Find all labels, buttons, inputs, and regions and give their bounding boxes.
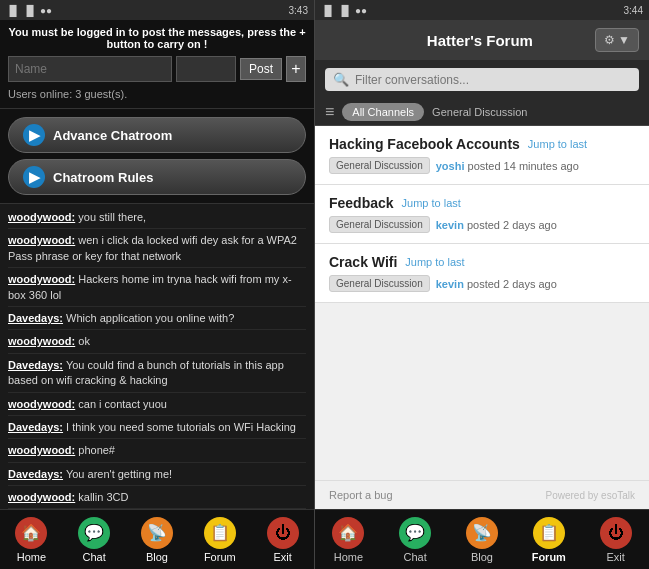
left-nav-forum[interactable]: 📋 Forum xyxy=(195,517,245,563)
forum-label-right: Forum xyxy=(532,551,566,563)
right-nav-blog[interactable]: 📡 Blog xyxy=(457,517,507,563)
jump-to-last-link[interactable]: Jump to last xyxy=(405,256,464,268)
right-header: Hatter's Forum ⚙ ▼ xyxy=(315,20,649,60)
right-status-bar: ▐▌ ▐▌ ●● 3:44 xyxy=(315,0,649,20)
chat-message: Davedays: Which application you online w… xyxy=(8,311,306,330)
forum-tag: General Discussion xyxy=(329,157,430,174)
forum-item[interactable]: Feedback Jump to last General Discussion… xyxy=(315,185,649,244)
chat-label: Chat xyxy=(83,551,106,563)
right-panel: ▐▌ ▐▌ ●● 3:44 Hatter's Forum ⚙ ▼ 🔍 ≡ All… xyxy=(315,0,649,569)
warning-text: You must be logged in to post the messag… xyxy=(8,26,306,50)
blog-label: Blog xyxy=(146,551,168,563)
forum-item[interactable]: Crack Wifi Jump to last General Discussi… xyxy=(315,244,649,303)
arrow-right-icon-2: ▶ xyxy=(23,166,45,188)
forum-label: Forum xyxy=(204,551,236,563)
forum-meta: kevin posted 2 days ago xyxy=(436,219,557,231)
right-nav-exit[interactable]: ⏻ Exit xyxy=(591,517,641,563)
blog-label-right: Blog xyxy=(471,551,493,563)
left-nav-chat[interactable]: 💬 Chat xyxy=(69,517,119,563)
forum-author: kevin xyxy=(436,219,464,231)
chat-message: woodywood: ok xyxy=(8,334,306,353)
message-text: I think you need some tutorials on WFi H… xyxy=(63,421,296,433)
chat-message: woodywood: Hackers home im tryna hack wi… xyxy=(8,272,306,307)
forum-tag: General Discussion xyxy=(329,216,430,233)
home-label: Home xyxy=(17,551,46,563)
powered-by-text: Powered by esoTalk xyxy=(546,490,636,501)
message-text: Which application you online with? xyxy=(63,312,234,324)
forum-item[interactable]: Hacking Facebook Accounts Jump to last G… xyxy=(315,126,649,185)
chat-messages: woodywood: you still there,woodywood: we… xyxy=(0,204,314,509)
message-username: Davedays: xyxy=(8,468,63,480)
online-count: Users online: 3 guest(s). xyxy=(8,86,306,102)
message-username: Davedays: xyxy=(8,359,63,371)
left-nav-home[interactable]: 🏠 Home xyxy=(6,517,56,563)
all-channels-button[interactable]: All Channels xyxy=(342,103,424,121)
forum-tag: General Discussion xyxy=(329,275,430,292)
forum-author: yoshi xyxy=(436,160,465,172)
message-username: Davedays: xyxy=(8,312,63,324)
chat-message: woodywood: kallin 3CD xyxy=(8,490,306,509)
chatroom-rules-button[interactable]: ▶ Chatroom Rules xyxy=(8,159,306,195)
left-bottom-nav: 🏠 Home 💬 Chat 📡 Blog 📋 Forum ⏻ Exit xyxy=(0,509,314,569)
blog-icon: 📡 xyxy=(141,517,173,549)
message-username: woodywood: xyxy=(8,234,75,246)
exit-label: Exit xyxy=(273,551,291,563)
forum-icon-right: 📋 xyxy=(533,517,565,549)
right-time: 3:44 xyxy=(624,5,643,16)
chat-icon-right: 💬 xyxy=(399,517,431,549)
left-nav-exit[interactable]: ⏻ Exit xyxy=(258,517,308,563)
message-username: woodywood: xyxy=(8,273,75,285)
right-nav-chat[interactable]: 💬 Chat xyxy=(390,517,440,563)
right-nav-forum[interactable]: 📋 Forum xyxy=(524,517,574,563)
chat-message: woodywood: you still there, xyxy=(8,210,306,229)
chat-message: woodywood: wen i click da locked wifi de… xyxy=(8,233,306,268)
arrow-right-icon: ▶ xyxy=(23,124,45,146)
message-username: woodywood: xyxy=(8,335,75,347)
plus-button[interactable]: + xyxy=(286,56,306,82)
search-icon: 🔍 xyxy=(333,72,349,87)
forum-item-title: Feedback xyxy=(329,195,394,211)
jump-to-last-link[interactable]: Jump to last xyxy=(528,138,587,150)
message-username: woodywood: xyxy=(8,444,75,456)
message-text: can i contact yuou xyxy=(75,398,167,410)
home-label-right: Home xyxy=(334,551,363,563)
report-bug-link[interactable]: Report a bug xyxy=(329,489,393,501)
home-icon-right: 🏠 xyxy=(332,517,364,549)
forum-author: kevin xyxy=(436,278,464,290)
message-text: You aren't getting me! xyxy=(63,468,172,480)
channels-bar: ≡ All Channels General Discussion xyxy=(315,99,649,126)
forum-icon: 📋 xyxy=(204,517,236,549)
message-text: you still there, xyxy=(75,211,146,223)
nav-buttons: ▶ Advance Chatroom ▶ Chatroom Rules xyxy=(0,109,314,204)
message-username: woodywood: xyxy=(8,211,75,223)
message-text: kallin 3CD xyxy=(75,491,128,503)
message-username: Davedays: xyxy=(8,421,63,433)
general-discussion-label: General Discussion xyxy=(432,106,527,118)
chat-message: woodywood: phone# xyxy=(8,443,306,462)
settings-button[interactable]: ⚙ ▼ xyxy=(595,28,639,52)
forum-list: Hacking Facebook Accounts Jump to last G… xyxy=(315,126,649,480)
name-input[interactable] xyxy=(8,56,172,82)
chat-icon: 💬 xyxy=(78,517,110,549)
post-button[interactable]: Post xyxy=(240,58,282,80)
search-input[interactable] xyxy=(355,73,631,87)
right-nav-home[interactable]: 🏠 Home xyxy=(323,517,373,563)
home-icon: 🏠 xyxy=(15,517,47,549)
advance-chatroom-button[interactable]: ▶ Advance Chatroom xyxy=(8,117,306,153)
message-username: woodywood: xyxy=(8,398,75,410)
jump-to-last-link[interactable]: Jump to last xyxy=(402,197,461,209)
message-text: ok xyxy=(75,335,90,347)
forum-meta: kevin posted 2 days ago xyxy=(436,278,557,290)
message-text: phone# xyxy=(75,444,115,456)
left-nav-blog[interactable]: 📡 Blog xyxy=(132,517,182,563)
menu-icon[interactable]: ≡ xyxy=(325,103,334,121)
left-signal-icon: ▐▌ ▐▌ ●● xyxy=(6,5,52,16)
message-input[interactable] xyxy=(176,56,236,82)
forum-item-title: Crack Wifi xyxy=(329,254,397,270)
message-username: woodywood: xyxy=(8,491,75,503)
left-header: You must be logged in to post the messag… xyxy=(0,20,314,109)
chat-message: woodywood: can i contact yuou xyxy=(8,397,306,416)
forum-title: Hatter's Forum xyxy=(365,32,595,49)
exit-icon-right: ⏻ xyxy=(600,517,632,549)
forum-footer: Report a bug Powered by esoTalk xyxy=(315,480,649,509)
